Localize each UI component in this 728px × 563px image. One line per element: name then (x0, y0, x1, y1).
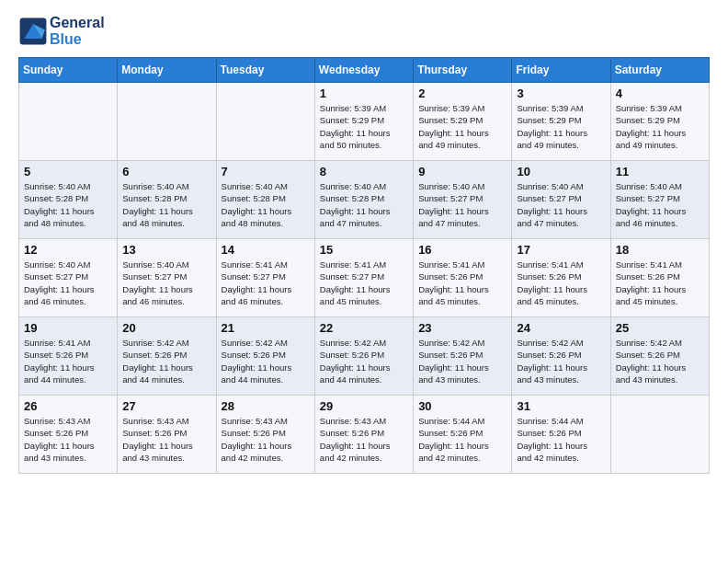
cell-info: Sunrise: 5:41 AMSunset: 5:27 PMDaylight:… (320, 259, 408, 307)
calendar-cell: 3Sunrise: 5:39 AMSunset: 5:29 PMDaylight… (512, 83, 610, 161)
calendar-cell (118, 83, 216, 161)
weekday-header-saturday: Saturday (610, 58, 709, 83)
calendar-cell: 2Sunrise: 5:39 AMSunset: 5:29 PMDaylight… (414, 83, 512, 161)
day-number: 6 (122, 165, 210, 178)
day-number: 29 (320, 399, 408, 413)
weekday-header-wednesday: Wednesday (314, 58, 413, 83)
weekday-header-monday: Monday (118, 58, 216, 83)
day-number: 14 (222, 243, 310, 257)
cell-info: Sunrise: 5:42 AMSunset: 5:26 PMDaylight:… (418, 337, 506, 385)
cell-info: Sunrise: 5:39 AMSunset: 5:29 PMDaylight:… (517, 102, 605, 151)
calendar-cell: 13Sunrise: 5:40 AMSunset: 5:27 PMDayligh… (118, 239, 216, 317)
day-number: 13 (122, 243, 210, 257)
calendar-cell: 1Sunrise: 5:39 AMSunset: 5:29 PMDaylight… (314, 83, 413, 161)
day-number: 21 (222, 321, 310, 335)
calendar-week-row: 19Sunrise: 5:41 AMSunset: 5:26 PMDayligh… (19, 317, 710, 396)
cell-info: Sunrise: 5:43 AMSunset: 5:26 PMDaylight:… (320, 415, 408, 464)
calendar-cell: 14Sunrise: 5:41 AMSunset: 5:27 PMDayligh… (216, 239, 314, 317)
day-number: 27 (122, 399, 210, 413)
calendar-cell: 4Sunrise: 5:39 AMSunset: 5:29 PMDaylight… (610, 83, 709, 161)
weekday-header-tuesday: Tuesday (216, 58, 314, 83)
day-number: 16 (418, 243, 506, 257)
calendar-week-row: 5Sunrise: 5:40 AMSunset: 5:28 PMDaylight… (19, 161, 710, 239)
weekday-header-row: SundayMondayTuesdayWednesdayThursdayFrid… (19, 58, 710, 83)
day-number: 24 (517, 321, 605, 335)
cell-info: Sunrise: 5:43 AMSunset: 5:26 PMDaylight:… (222, 415, 310, 464)
calendar-week-row: 1Sunrise: 5:39 AMSunset: 5:29 PMDaylight… (19, 83, 710, 161)
calendar-cell: 10Sunrise: 5:40 AMSunset: 5:27 PMDayligh… (512, 161, 610, 239)
calendar-cell: 21Sunrise: 5:42 AMSunset: 5:26 PMDayligh… (216, 317, 314, 396)
day-number: 5 (24, 165, 112, 178)
calendar-cell: 19Sunrise: 5:41 AMSunset: 5:26 PMDayligh… (19, 317, 118, 396)
day-number: 1 (320, 86, 408, 100)
day-number: 7 (222, 165, 310, 178)
cell-info: Sunrise: 5:40 AMSunset: 5:27 PMDaylight:… (517, 180, 605, 229)
day-number: 30 (418, 399, 506, 413)
cell-info: Sunrise: 5:41 AMSunset: 5:26 PMDaylight:… (24, 337, 112, 385)
cell-info: Sunrise: 5:42 AMSunset: 5:26 PMDaylight:… (616, 337, 704, 385)
day-number: 23 (418, 321, 506, 335)
calendar-cell: 28Sunrise: 5:43 AMSunset: 5:26 PMDayligh… (216, 396, 314, 474)
cell-info: Sunrise: 5:40 AMSunset: 5:28 PMDaylight:… (222, 180, 310, 229)
cell-info: Sunrise: 5:40 AMSunset: 5:28 PMDaylight:… (24, 180, 112, 229)
calendar-cell: 11Sunrise: 5:40 AMSunset: 5:27 PMDayligh… (610, 161, 709, 239)
calendar-cell (610, 396, 709, 474)
cell-info: Sunrise: 5:44 AMSunset: 5:26 PMDaylight:… (418, 415, 506, 464)
cell-info: Sunrise: 5:40 AMSunset: 5:28 PMDaylight:… (320, 180, 408, 229)
cell-info: Sunrise: 5:43 AMSunset: 5:26 PMDaylight:… (24, 415, 112, 464)
header: General Blue (18, 15, 710, 48)
logo: General Blue (18, 15, 105, 48)
calendar-cell: 12Sunrise: 5:40 AMSunset: 5:27 PMDayligh… (19, 239, 118, 317)
weekday-header-thursday: Thursday (414, 58, 512, 83)
calendar-cell (216, 83, 314, 161)
calendar-week-row: 12Sunrise: 5:40 AMSunset: 5:27 PMDayligh… (19, 239, 710, 317)
weekday-header-sunday: Sunday (19, 58, 118, 83)
calendar-week-row: 26Sunrise: 5:43 AMSunset: 5:26 PMDayligh… (19, 396, 710, 474)
calendar-cell: 22Sunrise: 5:42 AMSunset: 5:26 PMDayligh… (314, 317, 413, 396)
calendar-cell: 17Sunrise: 5:41 AMSunset: 5:26 PMDayligh… (512, 239, 610, 317)
cell-info: Sunrise: 5:41 AMSunset: 5:26 PMDaylight:… (616, 259, 704, 307)
calendar-cell: 7Sunrise: 5:40 AMSunset: 5:28 PMDaylight… (216, 161, 314, 239)
day-number: 12 (24, 243, 112, 257)
calendar-cell: 20Sunrise: 5:42 AMSunset: 5:26 PMDayligh… (118, 317, 216, 396)
day-number: 4 (616, 86, 704, 100)
cell-info: Sunrise: 5:42 AMSunset: 5:26 PMDaylight:… (222, 337, 310, 385)
calendar-cell: 9Sunrise: 5:40 AMSunset: 5:27 PMDaylight… (414, 161, 512, 239)
calendar-cell: 6Sunrise: 5:40 AMSunset: 5:28 PMDaylight… (118, 161, 216, 239)
calendar-cell (19, 83, 118, 161)
day-number: 10 (517, 165, 605, 178)
day-number: 11 (616, 165, 704, 178)
day-number: 26 (24, 399, 112, 413)
calendar-cell: 16Sunrise: 5:41 AMSunset: 5:26 PMDayligh… (414, 239, 512, 317)
cell-info: Sunrise: 5:41 AMSunset: 5:26 PMDaylight:… (517, 259, 605, 307)
day-number: 17 (517, 243, 605, 257)
cell-info: Sunrise: 5:40 AMSunset: 5:27 PMDaylight:… (122, 259, 210, 307)
cell-info: Sunrise: 5:39 AMSunset: 5:29 PMDaylight:… (320, 102, 408, 151)
day-number: 22 (320, 321, 408, 335)
calendar-cell: 25Sunrise: 5:42 AMSunset: 5:26 PMDayligh… (610, 317, 709, 396)
cell-info: Sunrise: 5:41 AMSunset: 5:26 PMDaylight:… (418, 259, 506, 307)
cell-info: Sunrise: 5:39 AMSunset: 5:29 PMDaylight:… (616, 102, 704, 151)
day-number: 8 (320, 165, 408, 178)
cell-info: Sunrise: 5:39 AMSunset: 5:29 PMDaylight:… (418, 102, 506, 151)
cell-info: Sunrise: 5:42 AMSunset: 5:26 PMDaylight:… (122, 337, 210, 385)
day-number: 3 (517, 86, 605, 100)
calendar-cell: 24Sunrise: 5:42 AMSunset: 5:26 PMDayligh… (512, 317, 610, 396)
cell-info: Sunrise: 5:44 AMSunset: 5:26 PMDaylight:… (517, 415, 605, 464)
calendar-cell: 26Sunrise: 5:43 AMSunset: 5:26 PMDayligh… (19, 396, 118, 474)
cell-info: Sunrise: 5:42 AMSunset: 5:26 PMDaylight:… (320, 337, 408, 385)
calendar-cell: 8Sunrise: 5:40 AMSunset: 5:28 PMDaylight… (314, 161, 413, 239)
weekday-header-friday: Friday (512, 58, 610, 83)
calendar-cell: 30Sunrise: 5:44 AMSunset: 5:26 PMDayligh… (414, 396, 512, 474)
cell-info: Sunrise: 5:40 AMSunset: 5:27 PMDaylight:… (616, 180, 704, 229)
day-number: 19 (24, 321, 112, 335)
cell-info: Sunrise: 5:41 AMSunset: 5:27 PMDaylight:… (222, 259, 310, 307)
logo-icon (18, 17, 48, 46)
calendar-cell: 15Sunrise: 5:41 AMSunset: 5:27 PMDayligh… (314, 239, 413, 317)
day-number: 9 (418, 165, 506, 178)
calendar-table: SundayMondayTuesdayWednesdayThursdayFrid… (18, 57, 710, 474)
calendar-page: General Blue SundayMondayTuesdayWednesda… (0, 0, 728, 563)
day-number: 25 (616, 321, 704, 335)
calendar-cell: 18Sunrise: 5:41 AMSunset: 5:26 PMDayligh… (610, 239, 709, 317)
calendar-cell: 27Sunrise: 5:43 AMSunset: 5:26 PMDayligh… (118, 396, 216, 474)
